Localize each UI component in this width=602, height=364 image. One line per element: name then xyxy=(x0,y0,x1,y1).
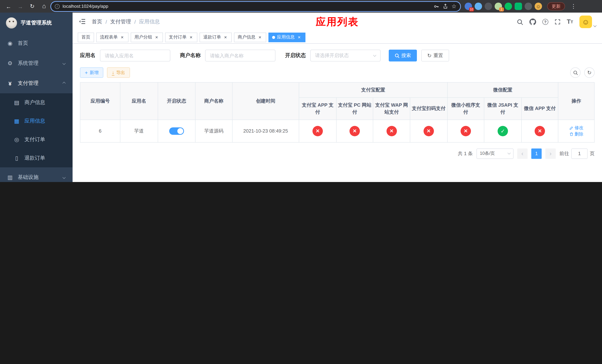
col-alipay-app: 支付宝 APP 支付 xyxy=(299,97,336,120)
tab-refund-order[interactable]: 退款订单 xyxy=(200,32,232,42)
url-text[interactable]: localhost:1024/pay/app xyxy=(63,4,430,9)
extension-icon-2[interactable] xyxy=(475,3,482,10)
next-page-button[interactable] xyxy=(545,148,556,159)
close-icon[interactable] xyxy=(297,35,302,40)
dashboard-icon xyxy=(7,40,13,47)
col-create-time: 创建时间 xyxy=(232,82,299,120)
address-bar[interactable]: localhost:1024/pay/app xyxy=(51,2,460,11)
sidebar-item-merchant-info[interactable]: 商户信息 xyxy=(0,93,73,112)
hamburger-icon[interactable] xyxy=(78,18,87,26)
tab-pay-order[interactable]: 支付订单 xyxy=(165,32,197,42)
sidebar-item-label: 基础设施 xyxy=(18,174,39,181)
app-name-label: 应用名 xyxy=(80,52,96,59)
close-icon[interactable] xyxy=(257,35,262,40)
extension-badge: 10 xyxy=(469,7,474,11)
search-icon[interactable] xyxy=(517,19,523,25)
tab-user-group[interactable]: 用户分组 xyxy=(131,32,163,42)
extension-icon-8[interactable] xyxy=(535,3,542,10)
password-key-icon[interactable] xyxy=(433,3,439,9)
tab-label: 商户信息 xyxy=(238,34,256,40)
browser-home-icon[interactable] xyxy=(39,1,49,11)
current-page-button[interactable]: 1 xyxy=(531,148,542,159)
app-name-input[interactable] xyxy=(100,50,170,62)
pagination: 共 1 条 10条/页 1 前往 页 xyxy=(80,148,595,159)
toolbar-right xyxy=(570,67,595,78)
chevron-down-icon xyxy=(508,151,511,155)
avatar[interactable] xyxy=(580,16,592,28)
goto-page-input[interactable] xyxy=(571,148,588,159)
refresh-table-button[interactable] xyxy=(584,67,595,78)
edit-link[interactable]: 修改 xyxy=(569,125,583,131)
sidebar-item-app-info[interactable]: 应用信息 xyxy=(0,112,73,130)
close-icon[interactable] xyxy=(223,35,228,40)
active-dot xyxy=(272,36,275,39)
extension-icon-3[interactable] xyxy=(485,3,492,10)
top-navbar: 首页 / 支付管理 / 应用信息 应用列表 xyxy=(73,13,602,31)
merchant-name-input[interactable] xyxy=(205,50,275,62)
breadcrumb-payment[interactable]: 支付管理 xyxy=(110,19,131,25)
export-button[interactable]: 导出 xyxy=(107,67,130,78)
sidebar-item-system[interactable]: 系统管理 xyxy=(0,53,73,73)
wechat-jsapi-status-icon xyxy=(498,126,508,136)
sidebar-item-label: 系统管理 xyxy=(18,60,39,67)
alipay-app-status-icon xyxy=(312,126,323,136)
close-icon[interactable] xyxy=(154,35,159,40)
page-size-value: 10条/页 xyxy=(480,150,495,157)
extension-icon-5[interactable] xyxy=(505,3,512,10)
add-button[interactable]: 新增 xyxy=(80,67,103,78)
app-logo: 芋道管理系统 xyxy=(0,13,73,33)
tab-app-info[interactable]: 应用信息 xyxy=(269,32,305,42)
cell-alipay-wap xyxy=(373,120,410,142)
sidebar-item-pay-order[interactable]: 支付订单 xyxy=(0,130,73,149)
browser-menu-icon[interactable] xyxy=(569,1,578,11)
github-icon[interactable] xyxy=(529,19,536,25)
extension-badge: 1 xyxy=(499,7,504,11)
close-icon[interactable] xyxy=(119,35,125,40)
breadcrumb-current: 应用信息 xyxy=(139,19,160,25)
user-menu[interactable] xyxy=(580,16,596,28)
font-size-icon[interactable] xyxy=(567,18,573,26)
col-status: 开启状态 xyxy=(158,82,195,120)
browser-back-icon[interactable] xyxy=(4,1,13,11)
site-info-icon[interactable] xyxy=(55,4,60,9)
bookmark-star-icon[interactable] xyxy=(452,3,456,10)
share-icon[interactable] xyxy=(443,4,448,9)
reset-button[interactable]: 重置 xyxy=(421,50,449,62)
extension-icon-7[interactable] xyxy=(525,3,532,10)
prev-page-button[interactable] xyxy=(517,148,527,159)
col-merchant: 商户名称 xyxy=(195,82,232,120)
col-alipay-pc: 支付宝 PC 网站付 xyxy=(336,97,373,120)
browser-forward-icon[interactable] xyxy=(16,1,25,11)
gear-icon xyxy=(7,60,13,67)
status-label: 开启状态 xyxy=(285,52,306,59)
close-icon[interactable] xyxy=(188,35,194,40)
cell-alipay-qr xyxy=(410,120,447,142)
sidebar-item-label: 退款订单 xyxy=(24,155,45,161)
sidebar-item-refund-order[interactable]: 退款订单 xyxy=(0,149,73,167)
cell-alipay-app xyxy=(299,120,336,142)
fullscreen-icon[interactable] xyxy=(555,19,560,25)
breadcrumb-home[interactable]: 首页 xyxy=(92,19,102,25)
sidebar-item-home[interactable]: 首页 xyxy=(0,33,73,53)
extension-icon-1[interactable]: 10 xyxy=(465,3,472,10)
browser-update-button[interactable]: 更新 xyxy=(547,2,565,10)
status-select[interactable]: 请选择开启状态 xyxy=(310,50,381,62)
status-toggle[interactable] xyxy=(169,127,184,135)
tab-home[interactable]: 首页 xyxy=(78,32,94,42)
refresh-icon xyxy=(587,69,591,76)
app-table: 应用编号 应用名 开启状态 商户名称 创建时间 支付宝配置 微信配置 操作 支付… xyxy=(80,82,595,142)
sidebar-item-infrastructure[interactable]: 基础设施 xyxy=(0,167,73,182)
toggle-search-button[interactable] xyxy=(570,67,580,78)
extension-icon-6[interactable] xyxy=(515,3,522,10)
chevron-down-icon xyxy=(373,54,376,57)
tab-process-form[interactable]: 流程表单 xyxy=(96,32,129,42)
tab-merchant-info[interactable]: 商户信息 xyxy=(234,32,266,42)
extension-icon-4[interactable]: 1 xyxy=(495,3,502,10)
page-size-select[interactable]: 10条/页 xyxy=(476,148,514,159)
search-button[interactable]: 搜索 xyxy=(389,50,417,62)
tab-label: 应用信息 xyxy=(277,34,295,40)
delete-link[interactable]: 删除 xyxy=(569,131,583,137)
browser-reload-icon[interactable] xyxy=(27,1,37,11)
help-icon[interactable] xyxy=(542,19,548,25)
sidebar-item-payment[interactable]: 支付管理 xyxy=(0,73,73,93)
